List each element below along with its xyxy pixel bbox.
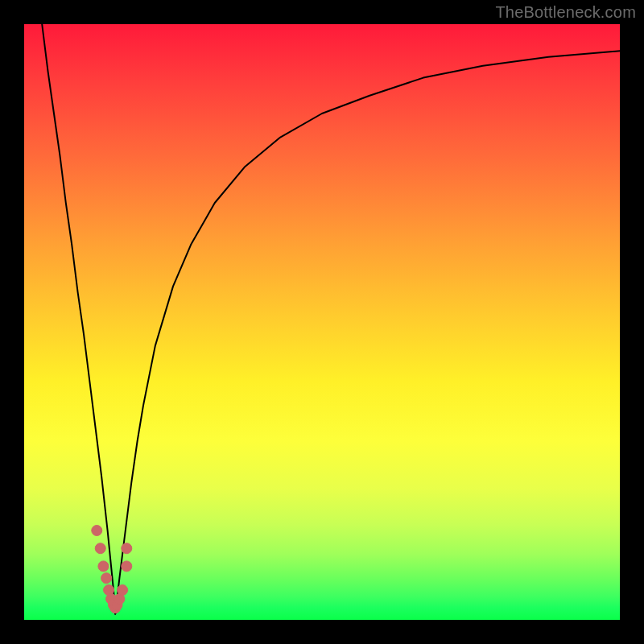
plot-svg: [24, 24, 620, 620]
curve-right-branch: [115, 51, 620, 613]
scatter-point: [118, 585, 128, 596]
watermark-text: TheBottleneck.com: [495, 3, 636, 22]
scatter-point: [122, 561, 132, 572]
chart-frame: TheBottleneck.com: [0, 0, 644, 644]
curve-left-branch: [42, 24, 115, 614]
scatter-point: [122, 543, 132, 554]
scatter-point: [92, 526, 102, 536]
scatter-point: [98, 561, 109, 572]
scatter-point: [95, 543, 105, 554]
scatter-point: [101, 573, 112, 584]
plot-area: [24, 24, 620, 620]
